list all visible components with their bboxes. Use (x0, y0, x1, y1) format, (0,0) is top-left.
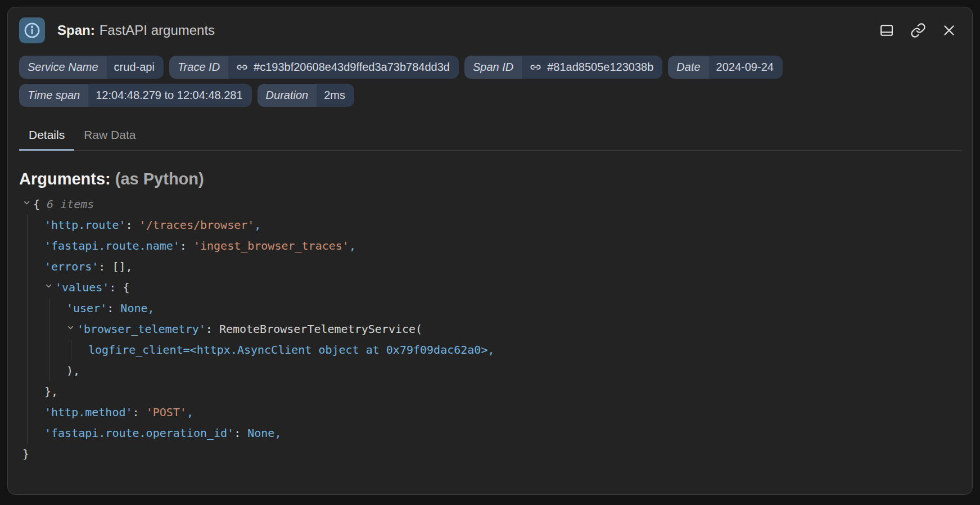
span-title-value: FastAPI arguments (100, 22, 215, 38)
badge-label: Date (668, 56, 708, 79)
code-line: { 6 items (22, 194, 961, 215)
code-token: : (206, 322, 219, 336)
badge-value-text: 12:04:48.279 to 12:04:48.281 (96, 89, 242, 102)
code-token: 'POST' (146, 405, 187, 419)
code-block: { 6 items'http.route': '/traces/browser'… (19, 194, 961, 465)
chevron-down-icon[interactable] (44, 277, 55, 298)
badge-label: Time span (19, 84, 88, 107)
code-token: 'fastapi.route.name' (44, 239, 180, 252)
code-children: 'http.route': '/traces/browser','fastapi… (27, 215, 961, 444)
span-title-label: Span: (57, 22, 95, 38)
panel-header: Span:FastAPI arguments (19, 16, 961, 43)
link-icon[interactable] (236, 61, 249, 74)
code-token: 'browser_telemetry' (77, 322, 206, 336)
badge-value: 12:04:48.279 to 12:04:48.281 (88, 84, 251, 107)
link-icon[interactable] (910, 22, 926, 38)
tab-raw-data[interactable]: Raw Data (74, 123, 145, 151)
badge-value-text: #81ad8505e123038b (547, 61, 653, 74)
code-token: 'ingest_browser_traces' (193, 239, 349, 252)
badge-span-id: Span ID#81ad8505e123038b (464, 56, 662, 79)
span-detail-panel: Span:FastAPI arguments Service Na (7, 7, 973, 495)
badge-value: 2ms (317, 84, 354, 107)
badge-time-span: Time span12:04:48.279 to 12:04:48.281 (19, 84, 252, 107)
badge-value: crud-api (107, 56, 164, 79)
code-token: } (22, 447, 29, 461)
badge-value-text: 2024-09-24 (716, 61, 774, 74)
badge-value-text: #c193bf20608e43d9ffed3a73b784dd3d (254, 61, 450, 74)
code-token: : (126, 218, 139, 232)
code-line: }, (44, 381, 961, 402)
code-token: 'http.route' (44, 218, 126, 232)
page-title: Span:FastAPI arguments (57, 22, 866, 38)
badge-list: Service Namecrud-apiTrace ID#c193bf20608… (19, 56, 840, 107)
badge-date: Date2024-09-24 (668, 56, 783, 79)
close-icon[interactable] (942, 23, 956, 38)
code-children: logfire_client=<httpx.AsyncClient object… (71, 340, 961, 360)
badge-value: #c193bf20608e43d9ffed3a73b784dd3d (228, 56, 459, 79)
code-token: logfire_client=<httpx.AsyncClient object… (88, 343, 494, 357)
code-token: 'errors' (44, 260, 98, 273)
badge-value-text: 2ms (324, 89, 345, 102)
code-token: , (187, 405, 193, 419)
code-token: }, (44, 385, 58, 398)
code-token: { (33, 197, 47, 211)
code-line: } (22, 444, 961, 465)
code-line: 'user': None, (66, 298, 961, 319)
code-token: 'user' (66, 301, 107, 315)
badge-trace-id: Trace ID#c193bf20608e43d9ffed3a73b784dd3… (169, 56, 459, 79)
arguments-heading-suffix: (as Python) (115, 170, 204, 188)
code-token: 'fastapi.route.operation_id' (44, 426, 234, 440)
code-line: 'http.method': 'POST', (44, 402, 961, 423)
chevron-down-icon[interactable] (22, 194, 33, 215)
code-token: : (107, 301, 120, 315)
code-line: logfire_client=<httpx.AsyncClient object… (88, 340, 961, 360)
badge-service-name: Service Namecrud-api (19, 56, 164, 79)
badge-duration: Duration2ms (258, 84, 354, 107)
code-token: 'http.method' (44, 405, 133, 419)
panel-layout-icon[interactable] (879, 22, 895, 38)
code-token: 'values' (55, 281, 109, 294)
code-line: 'browser_telemetry': RemoteBrowserTeleme… (66, 319, 961, 340)
code-token: None, (247, 426, 281, 440)
header-actions (879, 22, 961, 38)
badge-value: 2024-09-24 (709, 56, 783, 79)
code-token: , (349, 239, 356, 252)
tab-bar: DetailsRaw Data (19, 123, 961, 151)
code-children: 'user': None,'browser_telemetry': Remote… (49, 298, 961, 381)
arguments-heading: Arguments: (as Python) (19, 170, 961, 188)
code-token: : (234, 426, 247, 440)
code-token: : (133, 405, 146, 419)
badge-value: #81ad8505e123038b (522, 56, 662, 79)
code-line: 'fastapi.route.name': 'ingest_browser_tr… (44, 236, 961, 256)
code-line: 'fastapi.route.operation_id': None, (44, 423, 961, 444)
code-token: None, (120, 301, 154, 315)
code-token: : { (109, 281, 129, 294)
badge-label: Trace ID (169, 56, 228, 79)
badge-label: Service Name (19, 56, 107, 79)
code-token: 6 items (47, 197, 94, 211)
code-token: ), (66, 364, 80, 377)
code-token: : (180, 239, 193, 252)
code-line: 'errors': [], (44, 256, 961, 277)
arguments-heading-main: Arguments: (19, 170, 111, 188)
badge-label: Span ID (464, 56, 522, 79)
code-token: RemoteBrowserTelemetryService( (219, 322, 422, 336)
code-line: 'http.route': '/traces/browser', (44, 215, 961, 236)
link-icon[interactable] (529, 61, 542, 74)
badge-value-text: crud-api (114, 61, 155, 74)
code-token: : [], (98, 260, 132, 273)
badge-label: Duration (258, 84, 317, 107)
chevron-down-icon[interactable] (66, 319, 77, 340)
code-token: , (254, 218, 261, 232)
code-line: 'values': { (44, 277, 961, 298)
tab-details[interactable]: Details (19, 123, 74, 151)
code-line: ), (66, 360, 961, 381)
info-icon (19, 17, 45, 43)
code-token: '/traces/browser' (139, 218, 255, 232)
